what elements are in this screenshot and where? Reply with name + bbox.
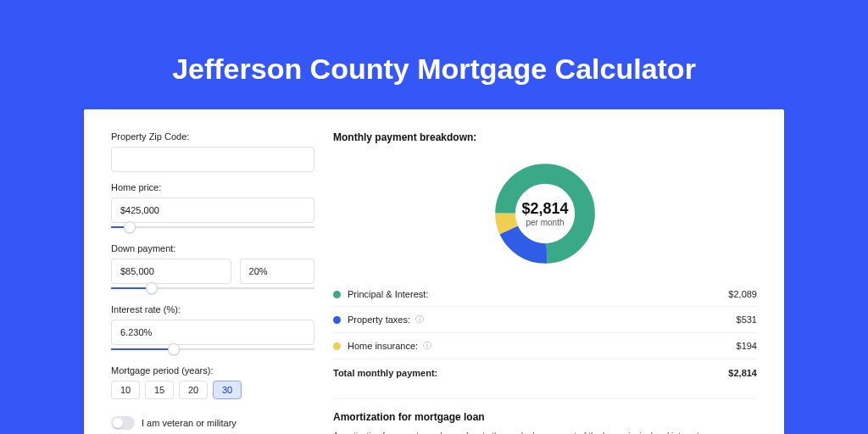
period-15-button[interactable]: 15	[145, 381, 174, 399]
period-buttons: 10 15 20 30	[111, 381, 314, 399]
legend-amount-taxes: $531	[737, 314, 757, 325]
legend-amount-principal: $2,089	[728, 289, 757, 299]
legend-name-insurance: Home insurance:	[348, 341, 418, 351]
legend-name-total: Total monthly payment:	[333, 368, 437, 378]
inputs-column: Property Zip Code: Home price: Down paym…	[111, 131, 314, 434]
legend-amount-insurance: $194	[737, 341, 757, 351]
price-input[interactable]	[111, 198, 314, 223]
veteran-label: I am veteran or military	[142, 418, 236, 428]
dot-icon	[333, 316, 341, 324]
down-slider-thumb[interactable]	[146, 282, 158, 294]
calculator-card: Property Zip Code: Home price: Down paym…	[84, 109, 784, 434]
period-20-button[interactable]: 20	[179, 381, 208, 399]
donut-sub: per month	[521, 218, 568, 227]
down-pct-input[interactable]	[240, 259, 314, 284]
dot-icon	[333, 342, 341, 350]
zip-input[interactable]	[111, 147, 314, 172]
price-slider[interactable]	[111, 221, 314, 233]
price-slider-thumb[interactable]	[124, 221, 136, 233]
breakdown-column: Monthly payment breakdown: $2,814 per mo…	[333, 131, 757, 434]
period-10-button[interactable]: 10	[111, 381, 140, 399]
divider	[333, 398, 757, 399]
period-30-button[interactable]: 30	[213, 381, 242, 399]
donut-value: $2,814	[521, 200, 568, 218]
veteran-toggle[interactable]	[111, 416, 135, 430]
legend-row-total: Total monthly payment: $2,814	[333, 359, 757, 385]
breakdown-title: Monthly payment breakdown:	[333, 131, 757, 143]
amort-title: Amortization for mortgage loan	[333, 411, 757, 423]
info-icon[interactable]: ⓘ	[423, 340, 431, 352]
legend-row-taxes: Property taxes: ⓘ $531	[333, 307, 757, 333]
payment-donut: $2,814 per month	[333, 150, 757, 277]
rate-input[interactable]	[111, 320, 314, 345]
price-label: Home price:	[111, 182, 314, 192]
legend: Principal & Interest: $2,089 Property ta…	[333, 282, 757, 385]
amort-text: Amortization for a mortgage loan refers …	[333, 430, 757, 434]
down-amount-input[interactable]	[111, 259, 231, 284]
rate-slider-thumb[interactable]	[168, 343, 180, 355]
period-label: Mortgage period (years):	[111, 365, 314, 376]
legend-row-principal: Principal & Interest: $2,089	[333, 282, 757, 307]
dot-icon	[333, 291, 341, 298]
page-title: Jefferson County Mortgage Calculator	[0, 0, 868, 109]
toggle-knob	[113, 418, 123, 428]
info-icon[interactable]: ⓘ	[415, 314, 424, 326]
rate-slider[interactable]	[111, 343, 314, 355]
down-slider[interactable]	[111, 282, 314, 294]
rate-label: Interest rate (%):	[111, 304, 314, 314]
down-label: Down payment:	[111, 243, 314, 253]
legend-name-taxes: Property taxes:	[348, 314, 410, 325]
legend-row-insurance: Home insurance: ⓘ $194	[333, 333, 757, 359]
legend-amount-total: $2,814	[728, 368, 757, 378]
legend-name-principal: Principal & Interest:	[348, 289, 428, 299]
zip-label: Property Zip Code:	[111, 131, 314, 142]
